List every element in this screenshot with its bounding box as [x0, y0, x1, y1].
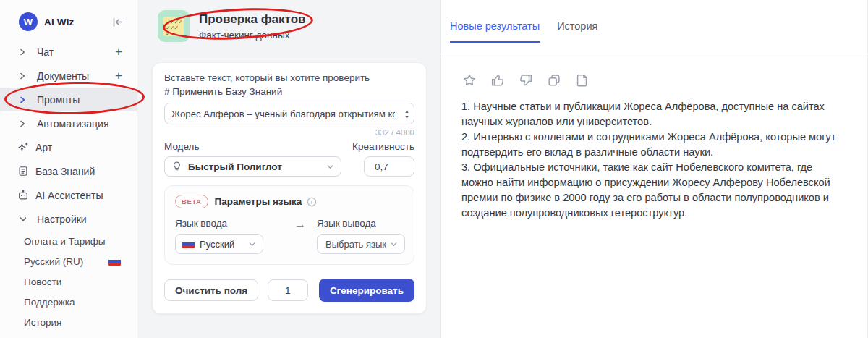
check-text-input[interactable]: [164, 103, 414, 124]
sidebar-item-chat[interactable]: Чат +: [0, 40, 137, 64]
add-icon[interactable]: +: [115, 69, 122, 82]
generations-count-input[interactable]: [268, 279, 308, 301]
input-language-value: Русский: [200, 239, 234, 250]
output-language-label: Язык вывода: [317, 218, 405, 229]
input-text-label: Вставьте текст, который вы хотите провер…: [164, 72, 414, 83]
page-subtitle: Факт-чекинг данных: [199, 30, 306, 41]
output-language-select[interactable]: Выбрать язык: [317, 234, 405, 254]
chevron-down-icon: [19, 215, 32, 224]
lightbulb-icon: [171, 161, 182, 172]
sidebar-item-news[interactable]: Новости: [0, 271, 137, 292]
chevron-right-icon: [19, 119, 32, 128]
document-icon[interactable]: [574, 72, 590, 88]
generate-button[interactable]: Сгенерировать: [319, 279, 414, 302]
sidebar-item-support[interactable]: Поддержка: [0, 292, 137, 312]
result-paragraph: 2. Интервью с коллегами и сотрудниками Ж…: [461, 130, 846, 160]
tab-history[interactable]: История: [557, 20, 597, 41]
fact-check-icon: ✓✓✓✓✓✓✓✓: [158, 10, 190, 42]
robot-icon: [17, 189, 30, 201]
app-name: AI Wiz: [44, 17, 75, 28]
thumbs-down-icon[interactable]: [518, 72, 534, 88]
sidebar-item-automation[interactable]: Автоматизация: [0, 111, 137, 135]
info-icon[interactable]: [307, 197, 317, 207]
chevron-right-icon: [19, 72, 32, 80]
sidebar-header: W AI Wiz: [0, 0, 137, 31]
sidebar-item-settings[interactable]: Настройки: [0, 207, 137, 231]
language-params-title: Параметры языка: [215, 196, 302, 207]
app-logo: W AI Wiz: [19, 12, 75, 31]
sidebar-item-knowledge-base[interactable]: База Знаний: [0, 159, 137, 183]
sidebar-nav: Чат + Документы + Промпты Автоматизация …: [0, 40, 137, 332]
arrow-right-icon: →: [284, 218, 317, 254]
chevron-right-icon: [19, 48, 32, 56]
model-value: Быстрый Полиглот: [188, 161, 282, 172]
russian-flag-icon: [109, 258, 121, 266]
result-text: 1. Научные статьи и публикации Жореса Ал…: [441, 88, 867, 221]
char-counter: 332 / 4000: [164, 128, 414, 137]
sparkles-icon: [17, 141, 30, 153]
results-tabs: Новые результаты История: [441, 0, 867, 54]
app-root: W AI Wiz Чат + Документы + Промпты: [0, 0, 868, 338]
language-params-box: BETA Параметры языка Язык ввода Русский …: [164, 185, 414, 265]
model-select[interactable]: Быстрый Полиглот: [164, 156, 341, 177]
chevron-down-icon: [326, 163, 334, 171]
tab-new-results[interactable]: Новые результаты: [450, 20, 540, 43]
result-paragraph: 3. Официальные источники, такие как сайт…: [461, 160, 846, 221]
results-panel: Новые результаты История 1. Научные стат…: [440, 0, 868, 338]
sidebar-item-language[interactable]: Русский (RU): [0, 251, 137, 271]
scroll-arrows-icon[interactable]: ▲▼: [404, 103, 409, 124]
input-language-label: Язык ввода: [175, 218, 284, 229]
chevron-right-icon: [19, 96, 32, 104]
tool-form-card: Вставьте текст, который вы хотите провер…: [152, 62, 427, 314]
creativity-label: Креативность: [352, 141, 414, 152]
sidebar-item-ai-assistants[interactable]: AI Ассистенты: [0, 183, 137, 207]
sidebar: W AI Wiz Чат + Документы + Промпты: [0, 0, 137, 338]
book-icon: [17, 165, 30, 177]
clear-fields-button[interactable]: Очистить поля: [164, 279, 258, 301]
output-language-placeholder: Выбрать язык: [326, 239, 386, 250]
star-icon[interactable]: [461, 72, 477, 88]
copy-icon[interactable]: [546, 72, 562, 88]
russian-flag-icon: [182, 240, 195, 248]
sidebar-item-payment[interactable]: Оплата и Тарифы: [0, 231, 137, 251]
creativity-input[interactable]: [364, 156, 414, 177]
sidebar-item-documents[interactable]: Документы +: [0, 64, 137, 88]
apply-knowledge-base-link[interactable]: # Применить Базу Знаний: [164, 86, 282, 97]
model-label: Модель: [164, 141, 199, 152]
sidebar-collapse-icon[interactable]: [111, 17, 124, 28]
add-icon[interactable]: +: [115, 46, 122, 58]
tool-header: ✓✓✓✓✓✓✓✓ Проверка фактов Факт-чекинг дан…: [137, 0, 440, 42]
page-title: Проверка фактов: [199, 12, 306, 27]
thumbs-up-icon[interactable]: [490, 72, 506, 88]
result-paragraph: 1. Научные статьи и публикации Жореса Ал…: [461, 99, 846, 130]
sidebar-item-prompts[interactable]: Промпты: [0, 88, 137, 111]
sidebar-item-history[interactable]: История: [0, 312, 137, 332]
chevron-down-icon: [248, 240, 256, 248]
sidebar-item-art[interactable]: Арт: [0, 135, 137, 159]
logo-icon: W: [19, 12, 38, 31]
result-actions: [441, 54, 867, 88]
input-language-select[interactable]: Русский: [175, 234, 263, 254]
beta-badge: BETA: [175, 195, 208, 208]
tool-panel: ✓✓✓✓✓✓✓✓ Проверка фактов Факт-чекинг дан…: [137, 0, 440, 338]
chevron-down-icon: [390, 240, 398, 248]
